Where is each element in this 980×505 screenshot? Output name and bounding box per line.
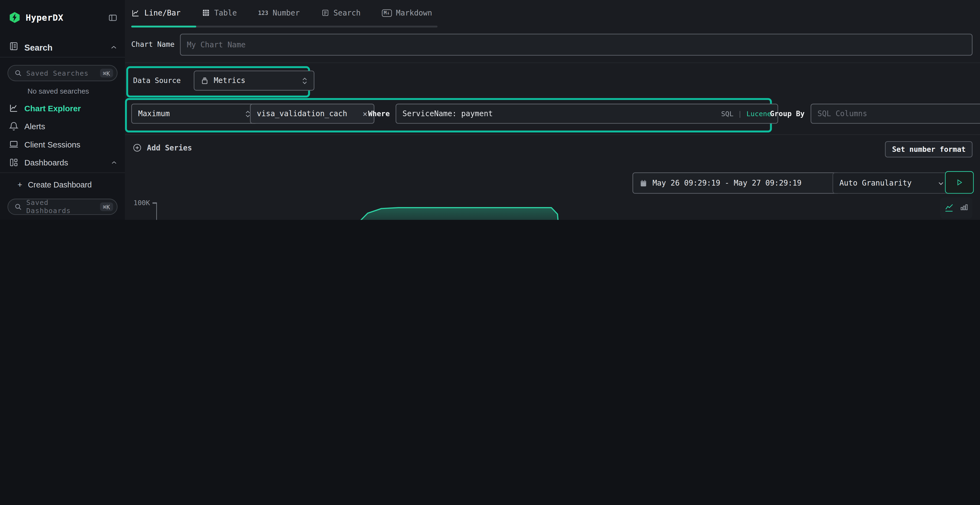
plus-icon: + [18,180,22,189]
saved-dashboards-input[interactable]: Saved Dashboards ⌘K [8,199,118,215]
sidebar-item-label: Client Sessions [24,140,81,149]
where-label: Where [368,110,390,118]
lucene-mode-toggle[interactable]: Lucene [746,110,771,118]
chevron-down-icon [937,179,944,186]
date-range-value: May 26 09:29:19 - May 27 09:29:19 [652,179,802,187]
metric-tag-label: visa_validation_cach [257,110,359,118]
metrics-source-icon [200,76,209,85]
y-axis-tick-mark [153,202,157,203]
granularity-select[interactable]: Auto Granularity [832,173,951,194]
add-series-button[interactable]: Add Series [132,143,192,152]
series-area [157,208,973,220]
brand: HyperDX [9,11,117,24]
markdown-icon: M↓ [382,9,392,17]
tab-label: Search [334,8,361,17]
close-icon[interactable]: × [363,109,368,118]
saved-searches-input[interactable]: Saved Searches ⌘K [8,65,118,81]
chart-line-icon [9,103,19,113]
section-divider [125,63,980,63]
tab-label: Table [214,8,237,17]
tab-markdown[interactable]: M↓ Markdown [382,8,432,17]
chart-name-input[interactable]: My Chart Name [180,34,972,56]
calendar-icon [640,179,648,187]
line-chart-icon [131,8,140,17]
tab-table[interactable]: Table [202,8,237,17]
active-tab-underline [131,25,196,27]
line-chart-plot[interactable]: 025K50K75K100KMay 26 9:00:00 AM12:30:00 … [156,203,973,220]
chart-canvas [157,203,973,220]
date-range-input[interactable]: May 26 09:29:19 - May 27 09:29:19 [632,173,840,194]
no-saved-searches-text: No saved searches [27,87,89,95]
mode-separator: | [738,110,742,118]
sidebar-item-label: Alerts [24,122,45,131]
data-source-label: Data Source [133,76,181,85]
set-number-format-label: Set number format [892,145,966,154]
tab-label: Markdown [396,8,432,17]
sidebar: HyperDX Search Sa [0,0,126,220]
bell-icon [9,121,19,131]
shortcut-badge: ⌘K [100,202,113,211]
tab-label: Number [272,8,300,17]
plus-circle-icon [132,143,142,152]
tab-number[interactable]: 123 Number [258,8,300,17]
y-axis-tick-label: 100K [134,199,150,207]
sidebar-item-dashboards[interactable]: Dashboards [9,157,117,168]
tab-line-bar[interactable]: Line/Bar [131,8,180,17]
search-section-label: Search [24,43,52,52]
search-section-icon [9,41,19,54]
granularity-value: Auto Granularity [839,179,912,187]
create-dashboard-button[interactable]: + Create Dashboard [18,180,117,189]
collapse-sidebar-icon[interactable] [108,13,117,22]
group-by-input[interactable]: SQL Columns [811,104,980,124]
metric-tag[interactable]: visa_validation_cach × [250,104,374,124]
brand-name: HyperDX [25,13,64,22]
tab-label: Line/Bar [144,8,180,17]
chevron-up-icon[interactable] [110,44,118,51]
sidebar-item-client-sessions[interactable]: Client Sessions [9,139,117,149]
section-divider [125,134,980,135]
group-by-label: Group By [770,110,805,118]
saved-dashboards-placeholder: Saved Dashboards [26,199,95,215]
play-icon [956,179,963,186]
table-icon [202,9,210,17]
search-icon [14,203,22,211]
group-by-placeholder: SQL Columns [818,110,867,118]
sidebar-divider [0,173,125,173]
create-dashboard-label: Create Dashboard [28,180,92,189]
hyperdx-logo-icon [9,11,21,24]
add-series-label: Add Series [147,143,192,152]
aggregation-value: Maximum [138,110,170,118]
sidebar-section-search[interactable]: Search [9,41,117,54]
select-chevrons-icon [302,77,308,84]
set-number-format-button[interactable]: Set number format [885,141,973,157]
series-line [157,208,973,220]
search-icon [14,69,22,77]
view-tabs: Line/Bar Table 123 Number [131,0,432,25]
app-window: HyperDX Search Sa [0,0,980,220]
number-123-icon: 123 [258,10,268,16]
saved-searches-placeholder: Saved Searches [26,69,95,77]
sidebar-item-label: Dashboards [24,158,68,167]
dashboards-grid-icon [9,157,19,168]
where-input[interactable]: ServiceName: payment SQL | Lucene [396,104,778,124]
tab-search[interactable]: Search [321,8,360,17]
main-content: Line/Bar Table 123 Number [125,0,980,220]
sidebar-divider [0,57,125,57]
laptop-icon [9,139,19,149]
aggregation-select[interactable]: Maximum [131,104,258,124]
sidebar-item-alerts[interactable]: Alerts [9,121,117,131]
shortcut-badge: ⌘K [100,69,113,78]
data-source-value: Metrics [214,76,245,85]
data-source-select[interactable]: Metrics [194,70,314,91]
where-value: ServiceName: payment [402,110,493,118]
chevron-up-icon[interactable] [111,159,117,166]
sidebar-item-label: Chart Explorer [24,103,81,113]
chart-name-placeholder: My Chart Name [187,40,245,49]
sidebar-item-chart-explorer[interactable]: Chart Explorer [9,103,117,113]
run-query-button[interactable] [945,171,974,194]
list-search-icon [321,9,329,17]
chart-name-label: Chart Name [131,40,175,49]
sql-mode-toggle[interactable]: SQL [721,110,733,118]
